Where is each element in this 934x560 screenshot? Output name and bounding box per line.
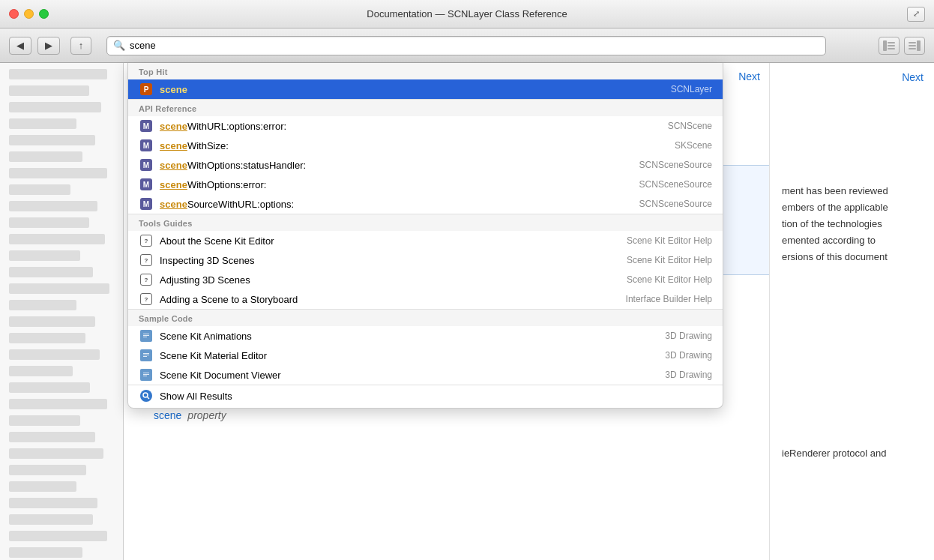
- svg-rect-2: [888, 45, 895, 46]
- next-button[interactable]: Next: [738, 70, 760, 82]
- m-badge: M: [140, 120, 152, 132]
- api-item[interactable]: M sceneWithOptions:statusHandler: SCNSce…: [128, 155, 723, 175]
- m-badge-icon: M: [139, 139, 154, 151]
- tools-icon: ?: [139, 293, 154, 305]
- search-input[interactable]: [130, 40, 819, 51]
- show-all-item[interactable]: Show All Results: [128, 385, 723, 408]
- right-line-2: embers of the applicable: [782, 199, 922, 216]
- m-badge-icon: M: [139, 198, 154, 210]
- maximize-button[interactable]: [39, 9, 49, 19]
- q-badge: ?: [140, 293, 152, 305]
- svg-rect-0: [883, 40, 887, 51]
- api-item[interactable]: M sceneSourceWithURL:options: SCNSceneSo…: [128, 194, 723, 214]
- q-badge: ?: [140, 235, 152, 247]
- api-items-container: M sceneWithURL:options:error: SCNScene M…: [128, 116, 723, 214]
- sidebar-left-toggle[interactable]: [879, 37, 900, 55]
- sidebar-line: [9, 448, 103, 459]
- sidebar-line: [9, 349, 100, 360]
- sidebar-line: [9, 514, 93, 525]
- sample-category: 3D Drawing: [665, 331, 712, 341]
- sample-category: 3D Drawing: [665, 350, 712, 361]
- right-line-5: ersions of this document: [782, 249, 922, 265]
- right-line-4: emented according to: [782, 232, 922, 249]
- sidebar-right-toggle[interactable]: [904, 37, 925, 55]
- sidebar-line: [9, 234, 105, 244]
- p-badge: P: [140, 83, 152, 95]
- svg-rect-4: [917, 40, 921, 51]
- sample-icon: [139, 369, 154, 381]
- tools-guides-header: Tools Guides: [128, 214, 723, 231]
- svg-rect-13: [143, 353, 149, 354]
- api-item[interactable]: M sceneWithOptions:error: SCNSceneSource: [128, 175, 723, 194]
- tools-item-text: Adding a Scene to a Storyboard: [160, 294, 626, 305]
- share-button[interactable]: ↑: [70, 37, 91, 55]
- sidebar-line: [9, 217, 89, 228]
- svg-rect-7: [909, 48, 916, 49]
- close-button[interactable]: [9, 9, 19, 19]
- titlebar-right-controls: ⤢: [907, 7, 925, 22]
- sidebar: [0, 63, 124, 560]
- m-badge: M: [140, 198, 152, 210]
- tools-item-text: About the Scene Kit Editor: [160, 235, 627, 247]
- api-suffix: WithSize:: [187, 140, 229, 151]
- traffic-lights: [9, 9, 49, 19]
- sample-item[interactable]: Scene Kit Animations 3D Drawing: [128, 326, 723, 346]
- next-link[interactable]: Next: [902, 71, 924, 83]
- m-badge-icon: M: [139, 120, 154, 132]
- sidebar-line: [9, 415, 80, 426]
- tools-category: Scene Kit Editor Help: [627, 274, 712, 285]
- content-area: Next SCNLay Overvi Important: Th for tec…: [0, 63, 934, 560]
- sidebar-line: [9, 465, 86, 475]
- sidebar-line: [9, 168, 107, 178]
- svg-rect-14: [143, 355, 149, 355]
- api-item[interactable]: M sceneWithSize: SKScene: [128, 136, 723, 155]
- api-category: SCNSceneSource: [639, 199, 712, 209]
- sample-item-text: Scene Kit Document Viewer: [160, 370, 665, 381]
- sidebar-line: [9, 85, 89, 96]
- api-suffix: WithOptions:error:: [187, 179, 266, 190]
- svg-rect-17: [143, 373, 149, 373]
- show-all-circle-icon: [140, 390, 152, 402]
- sample-item[interactable]: Scene Kit Document Viewer 3D Drawing: [128, 365, 723, 385]
- m-badge: M: [140, 139, 152, 151]
- svg-line-21: [148, 397, 150, 400]
- tools-category: Interface Builder Help: [626, 294, 712, 304]
- api-item-text: sceneWithURL:options:error:: [160, 121, 668, 132]
- api-suffix: WithURL:options:error:: [187, 121, 286, 132]
- tools-item[interactable]: ? Adding a Scene to a Storyboard Interfa…: [128, 289, 723, 309]
- search-icon: 🔍: [113, 40, 125, 51]
- top-hit-match: scene: [160, 84, 187, 95]
- fullscreen-icon[interactable]: ⤢: [907, 7, 925, 22]
- api-item-text: sceneWithOptions:statusHandler:: [160, 160, 639, 171]
- m-badge-icon: M: [139, 178, 154, 190]
- right-panel-text-2: ieRenderer protocol and: [782, 445, 922, 462]
- tools-item[interactable]: ? Adjusting 3D Scenes Scene Kit Editor H…: [128, 270, 723, 289]
- sample-items-container: Scene Kit Animations 3D Drawing Scene Ki…: [128, 326, 723, 385]
- api-item[interactable]: M sceneWithURL:options:error: SCNScene: [128, 116, 723, 136]
- svg-point-20: [143, 393, 148, 397]
- back-button[interactable]: ◀: [9, 37, 31, 55]
- sidebar-line: [9, 151, 82, 162]
- search-bar[interactable]: 🔍: [106, 36, 826, 55]
- top-hit-item[interactable]: P scene SCNLayer: [128, 79, 723, 99]
- api-match: scene: [160, 140, 187, 151]
- sample-item[interactable]: Scene Kit Material Editor 3D Drawing: [128, 346, 723, 365]
- sidebar-line: [9, 135, 95, 145]
- right-line-3: tion of the technologies: [782, 216, 922, 232]
- scene-link[interactable]: scene: [154, 409, 181, 421]
- tools-item[interactable]: ? About the Scene Kit Editor Scene Kit E…: [128, 231, 723, 250]
- sidebar-line: [9, 382, 90, 393]
- sidebar-line: [9, 118, 76, 129]
- sidebar-line: [9, 481, 76, 492]
- tools-icon: ?: [139, 254, 154, 266]
- tools-item-text: Adjusting 3D Scenes: [160, 274, 627, 286]
- api-category: SKScene: [675, 140, 712, 151]
- sidebar-line: [9, 69, 107, 79]
- sidebar-right-icon: [909, 40, 921, 51]
- tools-item[interactable]: ? Inspecting 3D Scenes Scene Kit Editor …: [128, 250, 723, 270]
- minimize-button[interactable]: [24, 9, 34, 19]
- forward-button[interactable]: ▶: [37, 37, 60, 55]
- svg-rect-10: [143, 335, 149, 336]
- svg-rect-18: [143, 374, 149, 375]
- property-label: property: [187, 409, 226, 421]
